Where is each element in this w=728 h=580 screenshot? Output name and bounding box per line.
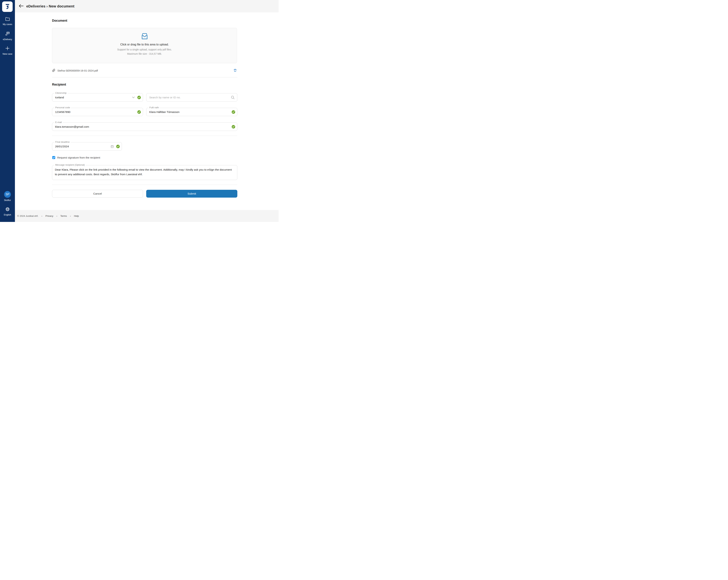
sidebar-language-switch[interactable]: English: [0, 207, 15, 216]
section-divider: [52, 185, 237, 185]
uploaded-file-name: Stefna-SER000059-16-01-2024.pdf: [57, 69, 98, 72]
search-icon: [231, 95, 235, 99]
valid-check-icon: [232, 110, 235, 114]
copyright-text: © 2024 Justikal ehf.: [17, 215, 38, 217]
personal-code-label: Personal code: [54, 106, 71, 109]
upload-hint-line2: Maximum file size - 314,57 MB.: [52, 52, 237, 56]
personal-code-input[interactable]: [52, 108, 143, 116]
uploaded-file-row[interactable]: Stefna-SER000059-16-01-2024.pdf: [52, 68, 237, 74]
back-button[interactable]: [19, 4, 24, 9]
message-textarea[interactable]: Dear Klara, Please click on the link pro…: [52, 165, 237, 180]
full-name-input[interactable]: [147, 108, 237, 116]
breadcrumb-section[interactable]: eDeliveries: [26, 4, 46, 8]
valid-check-icon: [137, 110, 141, 114]
valid-check-icon: [116, 145, 120, 148]
main-content: Document Click or drag file to this area…: [15, 12, 279, 210]
avatar: SP: [4, 191, 11, 198]
justikal-logo[interactable]: [2, 1, 12, 12]
email-label: E-mail: [54, 121, 63, 123]
send-mail-icon: [5, 31, 10, 36]
message-field[interactable]: Message recipient (Optional) Dear Klara,…: [52, 165, 237, 180]
recipient-search-field[interactable]: [146, 93, 237, 102]
footer-link-help[interactable]: Help: [74, 215, 79, 217]
file-upload-dropzone[interactable]: Click or drag file to this area to uploa…: [52, 28, 237, 63]
signature-checkbox-label: Request signature from the recipient: [57, 156, 100, 159]
message-label: Message recipient (Optional): [54, 164, 86, 166]
signature-checkbox[interactable]: [52, 156, 55, 159]
signature-checkbox-row: Request signature from the recipient: [52, 156, 100, 159]
sidebar-item-label: New case: [3, 53, 12, 55]
folder-icon: [5, 17, 10, 22]
chevron-down-icon[interactable]: [132, 96, 135, 98]
sidebar-item-label: My cases: [3, 23, 12, 26]
inbox-upload-icon: [52, 33, 237, 40]
delete-file-icon[interactable]: [233, 68, 237, 73]
upload-hint-line1: Support for a single upload, support onl…: [52, 47, 237, 52]
final-deadline-field[interactable]: Final deadline: [52, 142, 122, 150]
cancel-button[interactable]: Cancel: [52, 190, 143, 198]
submit-button[interactable]: Submit: [146, 190, 237, 198]
search-input[interactable]: [147, 93, 237, 101]
sidebar: My cases eDelivery New case SP: [0, 0, 15, 222]
sidebar-item-my-cases[interactable]: My cases: [0, 17, 15, 26]
footer-dot: •: [42, 215, 42, 217]
sidebar-item-edelivery[interactable]: eDelivery: [0, 31, 15, 40]
recipient-section-title: Recipient: [52, 83, 66, 86]
page-header: eDeliveries › New document: [15, 0, 279, 12]
page: My cases eDelivery New case SP: [0, 0, 279, 222]
arrow-left-icon: [19, 4, 24, 9]
footer-link-privacy[interactable]: Privacy: [46, 215, 53, 217]
calendar-icon[interactable]: [110, 145, 114, 148]
full-name-label: Fullt nafn: [149, 106, 160, 109]
full-name-field[interactable]: Fullt nafn: [146, 108, 237, 116]
footer-link-terms[interactable]: Terms: [60, 215, 67, 217]
breadcrumb: eDeliveries › New document: [26, 4, 74, 8]
justikal-logo-icon: [4, 3, 11, 11]
footer-dot: •: [56, 215, 57, 217]
valid-check-icon: [232, 125, 235, 129]
personal-code-field[interactable]: Personal code: [52, 108, 143, 116]
sidebar-item-new-case[interactable]: New case: [0, 46, 15, 55]
section-divider: [52, 136, 237, 136]
citizenship-label: Citizenship: [54, 92, 68, 94]
user-name: Skólfur: [4, 199, 11, 201]
breadcrumb-separator: ›: [47, 4, 48, 8]
document-section-title: Document: [52, 19, 67, 23]
valid-check-icon: [137, 96, 141, 99]
upload-hint-text: Support for a single upload, support onl…: [52, 47, 237, 56]
globe-icon: [5, 207, 10, 212]
footer-dot: •: [70, 215, 71, 217]
citizenship-input[interactable]: [52, 93, 143, 101]
plus-icon: [5, 46, 10, 51]
upload-main-text: Click or drag file to this area to uploa…: [52, 43, 237, 46]
email-field[interactable]: E-mail: [52, 122, 237, 131]
sidebar-user[interactable]: SP Skólfur: [0, 191, 15, 201]
language-label: English: [4, 214, 11, 216]
email-input[interactable]: [52, 123, 237, 131]
paperclip-icon: [52, 69, 55, 73]
citizenship-select[interactable]: Citizenship: [52, 93, 143, 102]
final-deadline-label: Final deadline: [54, 141, 71, 143]
sidebar-item-label: eDelivery: [3, 38, 12, 40]
breadcrumb-page: New document: [49, 4, 74, 8]
page-footer: © 2024 Justikal ehf. • Privacy • Terms •…: [15, 210, 279, 222]
